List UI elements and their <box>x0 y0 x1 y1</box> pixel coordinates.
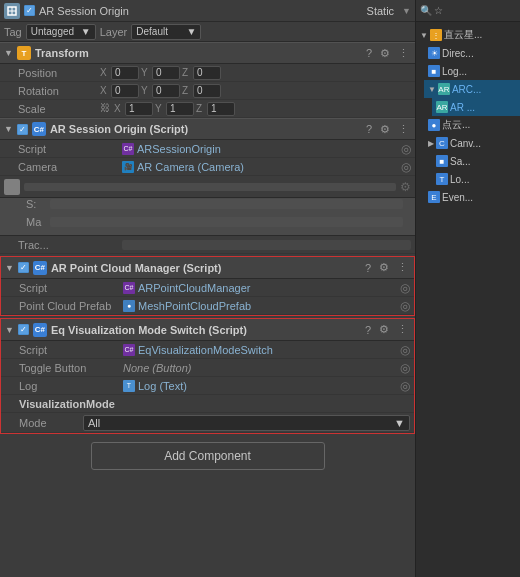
rotation-x-input[interactable]: 0 <box>111 84 139 98</box>
transform-help-btn[interactable]: ? <box>364 47 374 59</box>
add-component-label: Add Component <box>164 449 251 463</box>
ar-point-cloud-header: ▼ ✓ C# AR Point Cloud Manager (Script) ?… <box>1 257 414 279</box>
tree-icon-ar: AR <box>436 101 448 113</box>
position-y-input[interactable]: 0 <box>152 66 180 80</box>
position-y: Y 0 <box>141 66 180 80</box>
tree-item-lo[interactable]: T Lo... <box>432 170 520 188</box>
tree-item-ar[interactable]: AR AR ... <box>432 98 520 116</box>
ar-point-cloud-prefab-select[interactable]: ◎ <box>400 299 410 313</box>
transform-menu-btn[interactable]: ⋮ <box>396 47 411 60</box>
tree-item-even[interactable]: E Even... <box>424 188 520 206</box>
tree-item-log[interactable]: ■ Log... <box>424 62 520 80</box>
ar-point-cloud-actions: ? ⚙ ⋮ <box>363 261 410 274</box>
eq-visualization-settings-btn[interactable]: ⚙ <box>377 323 391 336</box>
transform-actions: ? ⚙ ⋮ <box>364 47 411 60</box>
eq-visualization-menu-btn[interactable]: ⋮ <box>395 323 410 336</box>
transform-settings-btn[interactable]: ⚙ <box>378 47 392 60</box>
eq-visualization-section: ▼ ✓ C# Eq Visualization Mode Switch (Scr… <box>0 318 415 434</box>
tree-label-dotcloud: 点云... <box>442 118 470 132</box>
ar-session-settings-btn[interactable]: ⚙ <box>378 123 392 136</box>
ar-point-cloud-menu-btn[interactable]: ⋮ <box>395 261 410 274</box>
static-dropdown[interactable]: ▼ <box>402 6 411 16</box>
ar-session-camera-value: 🎥 AR Camera (Camera) ◎ <box>122 160 411 174</box>
ar-point-cloud-prefab-text: MeshPointCloudPrefab <box>138 300 251 312</box>
ar-point-cloud-help-btn[interactable]: ? <box>363 262 373 274</box>
layer-dropdown[interactable]: Default ▼ <box>131 24 201 40</box>
tree-label-lo: Lo... <box>450 174 469 185</box>
mode-dropdown[interactable]: All ▼ <box>83 415 410 431</box>
script-cs-icon: C# <box>122 143 134 155</box>
blurred-section: ⚙ S: Ma <box>0 176 415 236</box>
eq-log-value: T Log (Text) ◎ <box>123 379 410 393</box>
rotation-z-input[interactable]: 0 <box>193 84 221 98</box>
mode-row: Mode All ▼ <box>1 413 414 433</box>
ar-session-script-value: C# ARSessionOrigin ◎ <box>122 142 411 156</box>
active-checkbox[interactable]: ✓ <box>24 5 35 16</box>
eq-script-select[interactable]: ◎ <box>400 343 410 357</box>
tree-icon-even: E <box>428 191 440 203</box>
ar-point-cloud-settings-btn[interactable]: ⚙ <box>377 261 391 274</box>
ar-point-cloud-script-select[interactable]: ◎ <box>400 281 410 295</box>
scale-x-input[interactable]: 1 <box>125 102 153 116</box>
tag-layer-row: Tag Untagged ▼ Layer Default ▼ <box>0 22 415 42</box>
tag-label: Tag <box>4 26 22 38</box>
side-panel-header: 🔍 ☆ <box>416 0 520 22</box>
transform-icon: T <box>17 46 31 60</box>
eq-script-row: Script C# EqVisualizationModeSwitch ◎ <box>1 341 414 359</box>
tree-item-arc[interactable]: ▼ AR ARC... <box>424 80 520 98</box>
ar-session-title: AR Session Origin (Script) <box>50 123 360 135</box>
position-z-input[interactable]: 0 <box>193 66 221 80</box>
eq-visualization-toggle[interactable]: ▼ <box>5 325 14 335</box>
eq-toggle-select[interactable]: ◎ <box>400 361 410 375</box>
hierarchy-tree: ▼ ⋮ 直云星... ☀ Direc... ■ Log... ▼ AR ARC.… <box>416 22 520 210</box>
eq-visualization-checkbox[interactable]: ✓ <box>18 324 29 335</box>
scale-y: Y 1 <box>155 102 194 116</box>
ar-session-menu-btn[interactable]: ⋮ <box>396 123 411 136</box>
eq-visualization-title: Eq Visualization Mode Switch (Script) <box>51 324 359 336</box>
ar-point-cloud-script-text: ARPointCloudManager <box>138 282 251 294</box>
eq-script-value: C# EqVisualizationModeSwitch ◎ <box>123 343 410 357</box>
tree-icon-sa: ■ <box>436 155 448 167</box>
tree-icon-directional: ☀ <box>428 47 440 59</box>
transform-section-header: ▼ T Transform ? ⚙ ⋮ <box>0 42 415 64</box>
vis-mode-main-label: VisualizationMode <box>19 398 115 410</box>
tree-item-directional[interactable]: ☀ Direc... <box>424 44 520 62</box>
eq-log-select[interactable]: ◎ <box>400 379 410 393</box>
settings-icon[interactable]: ⚙ <box>400 180 411 194</box>
tag-dropdown[interactable]: Untagged ▼ <box>26 24 96 40</box>
tree-label-even: Even... <box>442 192 473 203</box>
eq-script-text: EqVisualizationModeSwitch <box>138 344 273 356</box>
add-component-area: Add Component <box>0 436 415 476</box>
scale-z-input[interactable]: 1 <box>207 102 235 116</box>
eq-log-row: Log T Log (Text) ◎ <box>1 377 414 395</box>
ar-session-script-row: Script C# ARSessionOrigin ◎ <box>0 140 415 158</box>
ar-session-toggle[interactable]: ▼ <box>4 124 13 134</box>
ar-session-help-btn[interactable]: ? <box>364 123 374 135</box>
trac-row: Trac... <box>0 236 415 254</box>
mode-label: Mode <box>19 417 79 429</box>
camera-icon: 🎥 <box>122 161 134 173</box>
ar-point-cloud-prefab-label: Point Cloud Prefab <box>19 300 119 312</box>
rotation-row: Rotation X 0 Y 0 Z 0 <box>0 82 415 100</box>
tree-item-sa[interactable]: ■ Sa... <box>432 152 520 170</box>
transform-toggle[interactable]: ▼ <box>4 48 13 58</box>
rotation-label: Rotation <box>18 85 98 97</box>
add-component-button[interactable]: Add Component <box>91 442 325 470</box>
ar-point-cloud-checkbox[interactable]: ✓ <box>18 262 29 273</box>
ar-session-script-select[interactable]: ◎ <box>401 142 411 156</box>
tree-item-root[interactable]: ▼ ⋮ 直云星... <box>416 26 520 44</box>
position-x-input[interactable]: 0 <box>111 66 139 80</box>
position-z: Z 0 <box>182 66 221 80</box>
eq-toggle-value: None (Button) ◎ <box>123 361 410 375</box>
ar-session-checkbox[interactable]: ✓ <box>17 124 28 135</box>
ar-session-camera-select[interactable]: ◎ <box>401 160 411 174</box>
eq-visualization-icon: C# <box>33 323 47 337</box>
ar-point-cloud-toggle[interactable]: ▼ <box>5 263 14 273</box>
scale-y-input[interactable]: 1 <box>166 102 194 116</box>
rotation-y-input[interactable]: 0 <box>152 84 180 98</box>
rotation-values: X 0 Y 0 Z 0 <box>100 84 411 98</box>
tree-item-canvas[interactable]: ▶ C Canv... <box>424 134 520 152</box>
eq-visualization-help-btn[interactable]: ? <box>363 324 373 336</box>
tree-icon-root: ⋮ <box>430 29 442 41</box>
tree-item-dotcloud[interactable]: ● 点云... <box>424 116 520 134</box>
